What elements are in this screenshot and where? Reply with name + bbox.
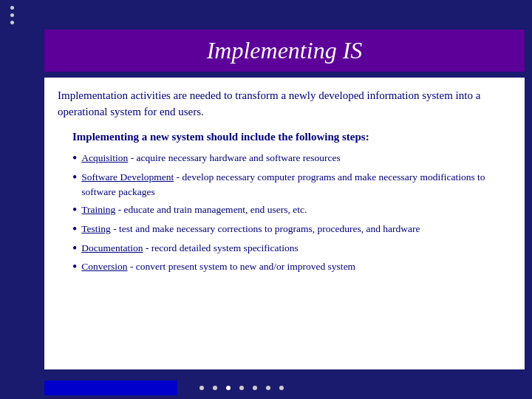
bullet-icon: • (72, 241, 77, 257)
bullet-desc-5: - convert present system to new and/or i… (128, 261, 356, 272)
list-item: • Documentation - record detailed system… (72, 241, 511, 257)
bullet-list: • Acquisition - acquire necessary hardwa… (72, 151, 511, 275)
bottom-dot-2 (213, 386, 217, 390)
bullet-text: Training - educate and train management,… (81, 202, 511, 217)
content-area: Implementation activities are needed to … (44, 78, 525, 369)
bullet-icon: • (72, 170, 77, 186)
bottom-dot-4 (239, 386, 244, 390)
bullet-icon: • (72, 259, 77, 276)
list-item: • Testing - test and make necessary corr… (72, 222, 511, 238)
top-dot-2 (10, 13, 14, 17)
bottom-dot-1 (200, 386, 204, 390)
top-dot-1 (10, 6, 14, 10)
list-item: • Training - educate and train managemen… (72, 202, 511, 219)
bullet-text: Conversion - convert present system to n… (81, 259, 511, 274)
bullet-icon: • (72, 151, 77, 167)
bottom-dot-7 (279, 386, 284, 390)
bottom-blue-block (44, 381, 177, 395)
slide-title: Implementing IS (207, 37, 363, 64)
intro-paragraph: Implementation activities are needed to … (58, 88, 511, 120)
bullet-label-0: Acquisition (81, 152, 128, 163)
bottom-dots (200, 386, 284, 390)
bullet-text: Acquisition - acquire necessary hardware… (81, 151, 511, 166)
bottom-bar (0, 377, 532, 399)
bullet-text: Testing - test and make necessary correc… (81, 222, 511, 236)
bullet-desc-0: - acquire necessary hardware and softwar… (128, 152, 340, 163)
top-dot-3 (10, 21, 14, 24)
bullet-icon: • (72, 202, 77, 219)
list-item: • Software Development - develop necessa… (72, 170, 511, 200)
bottom-dot-3 (226, 386, 231, 390)
bullet-label-3: Testing (81, 223, 111, 234)
sub-intro-text: Implementing a new system should include… (72, 129, 511, 146)
bullet-label-2: Training (81, 204, 115, 215)
bullet-desc-4: - record detailed system specifications (143, 242, 299, 253)
bottom-dot-6 (266, 386, 270, 390)
title-bar: Implementing IS (44, 30, 525, 72)
bullet-text: Documentation - record detailed system s… (81, 241, 511, 256)
bullet-text: Software Development - develop necessary… (81, 170, 511, 200)
bottom-dot-5 (253, 386, 257, 390)
bullet-label-1: Software Development (81, 171, 174, 183)
bullet-icon: • (72, 222, 77, 238)
bullet-label-4: Documentation (81, 242, 143, 253)
slide: Implementing IS Implementation activitie… (0, 0, 532, 399)
bullet-desc-3: - test and make necessary corrections to… (111, 223, 420, 234)
bullet-desc-2: - educate and train management, end user… (115, 204, 307, 215)
list-item: • Acquisition - acquire necessary hardwa… (72, 151, 511, 167)
bullet-label-5: Conversion (81, 261, 127, 272)
list-item: • Conversion - convert present system to… (72, 259, 511, 276)
top-dots (10, 6, 14, 24)
